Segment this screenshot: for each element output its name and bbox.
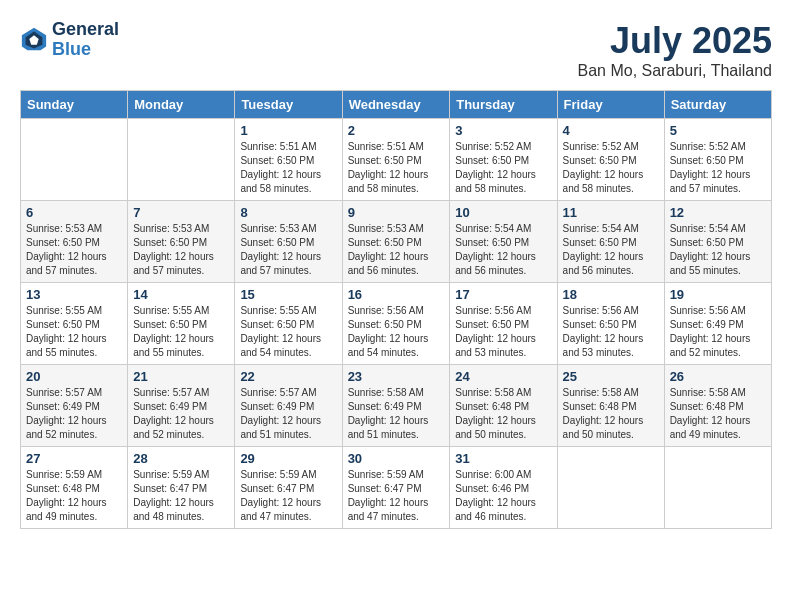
sunset-text: Sunset: 6:50 PM (670, 155, 744, 166)
day-info: Sunrise: 5:55 AM Sunset: 6:50 PM Dayligh… (133, 304, 229, 360)
calendar-header-monday: Monday (128, 91, 235, 119)
sunset-text: Sunset: 6:50 PM (455, 319, 529, 330)
sunrise-text: Sunrise: 5:54 AM (563, 223, 639, 234)
calendar-header-wednesday: Wednesday (342, 91, 450, 119)
sunrise-text: Sunrise: 5:59 AM (133, 469, 209, 480)
daylight-text: Daylight: 12 hours and 54 minutes. (348, 333, 429, 358)
daylight-text: Daylight: 12 hours and 48 minutes. (133, 497, 214, 522)
day-number: 3 (455, 123, 551, 138)
sunset-text: Sunset: 6:50 PM (240, 237, 314, 248)
day-number: 8 (240, 205, 336, 220)
calendar-cell (128, 119, 235, 201)
sunset-text: Sunset: 6:47 PM (348, 483, 422, 494)
sunset-text: Sunset: 6:49 PM (133, 401, 207, 412)
sunrise-text: Sunrise: 5:56 AM (348, 305, 424, 316)
day-number: 10 (455, 205, 551, 220)
sunrise-text: Sunrise: 6:00 AM (455, 469, 531, 480)
day-info: Sunrise: 5:58 AM Sunset: 6:49 PM Dayligh… (348, 386, 445, 442)
day-number: 13 (26, 287, 122, 302)
day-info: Sunrise: 5:54 AM Sunset: 6:50 PM Dayligh… (670, 222, 766, 278)
day-info: Sunrise: 5:53 AM Sunset: 6:50 PM Dayligh… (348, 222, 445, 278)
sunrise-text: Sunrise: 5:54 AM (455, 223, 531, 234)
sunrise-text: Sunrise: 5:53 AM (240, 223, 316, 234)
sunset-text: Sunset: 6:49 PM (670, 319, 744, 330)
page-subtitle: Ban Mo, Saraburi, Thailand (578, 62, 772, 80)
day-number: 23 (348, 369, 445, 384)
day-number: 28 (133, 451, 229, 466)
sunset-text: Sunset: 6:49 PM (348, 401, 422, 412)
day-number: 29 (240, 451, 336, 466)
calendar-header-saturday: Saturday (664, 91, 771, 119)
daylight-text: Daylight: 12 hours and 56 minutes. (348, 251, 429, 276)
sunrise-text: Sunrise: 5:55 AM (133, 305, 209, 316)
calendar-cell (557, 447, 664, 529)
sunrise-text: Sunrise: 5:56 AM (563, 305, 639, 316)
sunset-text: Sunset: 6:48 PM (26, 483, 100, 494)
calendar-cell: 12 Sunrise: 5:54 AM Sunset: 6:50 PM Dayl… (664, 201, 771, 283)
calendar-cell: 31 Sunrise: 6:00 AM Sunset: 6:46 PM Dayl… (450, 447, 557, 529)
calendar-cell: 20 Sunrise: 5:57 AM Sunset: 6:49 PM Dayl… (21, 365, 128, 447)
calendar-cell: 14 Sunrise: 5:55 AM Sunset: 6:50 PM Dayl… (128, 283, 235, 365)
daylight-text: Daylight: 12 hours and 47 minutes. (348, 497, 429, 522)
sunset-text: Sunset: 6:50 PM (455, 237, 529, 248)
sunset-text: Sunset: 6:50 PM (348, 319, 422, 330)
sunset-text: Sunset: 6:50 PM (133, 237, 207, 248)
sunset-text: Sunset: 6:50 PM (26, 237, 100, 248)
calendar-cell: 6 Sunrise: 5:53 AM Sunset: 6:50 PM Dayli… (21, 201, 128, 283)
day-number: 14 (133, 287, 229, 302)
sunset-text: Sunset: 6:50 PM (348, 237, 422, 248)
daylight-text: Daylight: 12 hours and 49 minutes. (26, 497, 107, 522)
daylight-text: Daylight: 12 hours and 58 minutes. (348, 169, 429, 194)
day-number: 12 (670, 205, 766, 220)
daylight-text: Daylight: 12 hours and 52 minutes. (133, 415, 214, 440)
calendar-cell: 18 Sunrise: 5:56 AM Sunset: 6:50 PM Dayl… (557, 283, 664, 365)
calendar-header-tuesday: Tuesday (235, 91, 342, 119)
calendar-cell: 7 Sunrise: 5:53 AM Sunset: 6:50 PM Dayli… (128, 201, 235, 283)
day-number: 31 (455, 451, 551, 466)
day-info: Sunrise: 5:55 AM Sunset: 6:50 PM Dayligh… (26, 304, 122, 360)
day-number: 2 (348, 123, 445, 138)
calendar-cell: 16 Sunrise: 5:56 AM Sunset: 6:50 PM Dayl… (342, 283, 450, 365)
sunrise-text: Sunrise: 5:59 AM (26, 469, 102, 480)
sunset-text: Sunset: 6:50 PM (133, 319, 207, 330)
sunset-text: Sunset: 6:50 PM (563, 319, 637, 330)
calendar-cell (664, 447, 771, 529)
day-info: Sunrise: 5:55 AM Sunset: 6:50 PM Dayligh… (240, 304, 336, 360)
sunset-text: Sunset: 6:50 PM (563, 155, 637, 166)
daylight-text: Daylight: 12 hours and 46 minutes. (455, 497, 536, 522)
calendar-cell: 23 Sunrise: 5:58 AM Sunset: 6:49 PM Dayl… (342, 365, 450, 447)
daylight-text: Daylight: 12 hours and 52 minutes. (670, 333, 751, 358)
day-info: Sunrise: 5:52 AM Sunset: 6:50 PM Dayligh… (563, 140, 659, 196)
calendar-cell: 13 Sunrise: 5:55 AM Sunset: 6:50 PM Dayl… (21, 283, 128, 365)
sunrise-text: Sunrise: 5:53 AM (26, 223, 102, 234)
sunset-text: Sunset: 6:49 PM (26, 401, 100, 412)
sunrise-text: Sunrise: 5:53 AM (133, 223, 209, 234)
calendar-week-row: 6 Sunrise: 5:53 AM Sunset: 6:50 PM Dayli… (21, 201, 772, 283)
day-info: Sunrise: 5:58 AM Sunset: 6:48 PM Dayligh… (455, 386, 551, 442)
calendar-cell: 30 Sunrise: 5:59 AM Sunset: 6:47 PM Dayl… (342, 447, 450, 529)
daylight-text: Daylight: 12 hours and 57 minutes. (240, 251, 321, 276)
sunset-text: Sunset: 6:48 PM (563, 401, 637, 412)
day-info: Sunrise: 5:58 AM Sunset: 6:48 PM Dayligh… (563, 386, 659, 442)
daylight-text: Daylight: 12 hours and 58 minutes. (240, 169, 321, 194)
day-number: 1 (240, 123, 336, 138)
daylight-text: Daylight: 12 hours and 56 minutes. (455, 251, 536, 276)
calendar-header-sunday: Sunday (21, 91, 128, 119)
calendar-cell: 19 Sunrise: 5:56 AM Sunset: 6:49 PM Dayl… (664, 283, 771, 365)
sunset-text: Sunset: 6:50 PM (563, 237, 637, 248)
sunrise-text: Sunrise: 5:57 AM (26, 387, 102, 398)
sunrise-text: Sunrise: 5:59 AM (240, 469, 316, 480)
day-number: 18 (563, 287, 659, 302)
day-number: 22 (240, 369, 336, 384)
sunrise-text: Sunrise: 5:57 AM (133, 387, 209, 398)
calendar-cell: 10 Sunrise: 5:54 AM Sunset: 6:50 PM Dayl… (450, 201, 557, 283)
sunset-text: Sunset: 6:50 PM (670, 237, 744, 248)
day-number: 4 (563, 123, 659, 138)
day-number: 9 (348, 205, 445, 220)
calendar-header-thursday: Thursday (450, 91, 557, 119)
calendar-cell: 27 Sunrise: 5:59 AM Sunset: 6:48 PM Dayl… (21, 447, 128, 529)
calendar-cell: 28 Sunrise: 5:59 AM Sunset: 6:47 PM Dayl… (128, 447, 235, 529)
sunset-text: Sunset: 6:48 PM (670, 401, 744, 412)
sunset-text: Sunset: 6:50 PM (240, 319, 314, 330)
calendar-table: SundayMondayTuesdayWednesdayThursdayFrid… (20, 90, 772, 529)
